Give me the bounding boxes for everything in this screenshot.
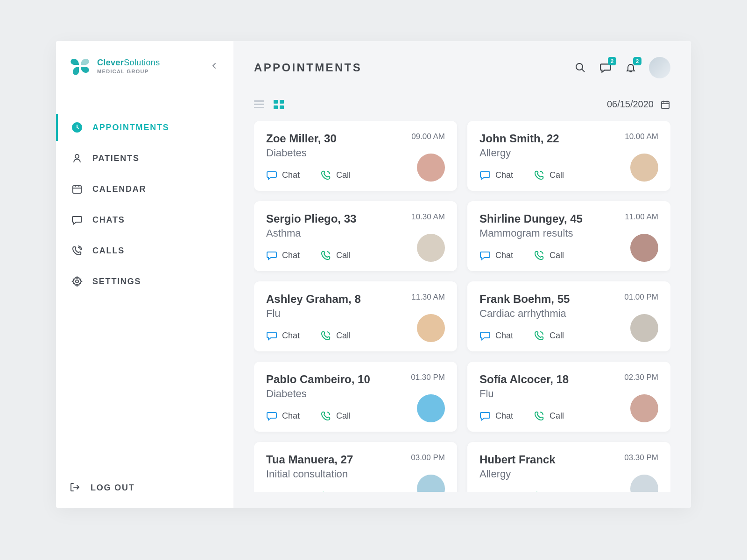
messages-badge: 2 xyxy=(608,57,616,65)
chat-label: Chat xyxy=(495,331,513,341)
appointment-card[interactable]: John Smith, 22 Allergy 10.00 AM Chat Cal… xyxy=(467,121,670,191)
chat-icon xyxy=(479,490,491,492)
sidebar-item-calls[interactable]: CALLS xyxy=(56,237,233,264)
date-picker[interactable]: 06/15/2020 xyxy=(607,99,670,110)
search-button[interactable] xyxy=(573,61,587,75)
chat-label: Chat xyxy=(282,170,300,180)
appointment-card[interactable]: Frank Boehm, 55 Cardiac arrhythmia 01.00… xyxy=(467,281,670,351)
chat-button[interactable]: Chat xyxy=(479,330,513,341)
sidebar-item-settings[interactable]: SETTINGS xyxy=(56,268,233,295)
brand-subtitle: MEDICAL GROUP xyxy=(97,69,160,74)
chat-icon xyxy=(479,250,491,261)
card-header: Pablo Cambeiro, 10 Diabetes 01.30 PM xyxy=(266,373,445,400)
sidebar-item-appointments[interactable]: APPOINTMENTS xyxy=(56,114,233,141)
call-button[interactable]: Call xyxy=(534,250,564,261)
person-icon xyxy=(71,152,83,164)
messages-button[interactable]: 2 xyxy=(599,61,613,75)
appointment-card[interactable]: Hubert Franck Allergy 03.30 PM Chat Call xyxy=(467,442,670,492)
chat-icon xyxy=(266,330,277,341)
call-button[interactable]: Call xyxy=(320,250,351,261)
chat-button[interactable]: Chat xyxy=(479,410,513,421)
sidebar-item-label: CHATS xyxy=(92,215,125,225)
patient-name: Shirline Dungey, 45 xyxy=(479,212,583,225)
patient-name: Sofía Alcocer, 18 xyxy=(479,373,569,386)
sidebar-item-patients[interactable]: PATIENTS xyxy=(56,145,233,172)
call-label: Call xyxy=(336,331,351,341)
patient-name: Sergio Pliego, 33 xyxy=(266,212,356,225)
grid-view-button[interactable] xyxy=(274,100,284,109)
call-button[interactable]: Call xyxy=(534,410,564,421)
chat-button[interactable]: Chat xyxy=(266,250,300,261)
appointment-reason: Flu xyxy=(479,388,569,400)
chat-label: Chat xyxy=(282,491,300,492)
appointment-card[interactable]: Sofía Alcocer, 18 Flu 02.30 PM Chat Call xyxy=(467,362,670,432)
topbar-actions: 2 2 xyxy=(573,57,670,78)
sidebar-nav: APPOINTMENTS PATIENTS CALENDAR CHATS xyxy=(56,114,233,295)
svg-rect-11 xyxy=(280,105,284,109)
appointment-card[interactable]: Shirline Dungey, 45 Mammogram results 11… xyxy=(467,201,670,271)
call-label: Call xyxy=(550,251,564,260)
logout-button[interactable]: LOG OUT xyxy=(56,482,233,494)
chat-icon xyxy=(71,214,83,226)
call-label: Call xyxy=(550,491,564,492)
sidebar-item-chats[interactable]: CHATS xyxy=(56,206,233,233)
appointment-card[interactable]: Zoe Miller, 30 Diabetes 09.00 AM Chat Ca… xyxy=(254,121,457,191)
chat-label: Chat xyxy=(282,411,300,421)
call-button[interactable]: Call xyxy=(320,410,351,421)
page-title: APPOINTMENTS xyxy=(254,61,362,74)
gear-icon xyxy=(71,275,83,287)
phone-icon xyxy=(534,330,545,341)
appointment-reason: Initial consultation xyxy=(266,468,353,480)
appointment-time: 01.00 PM xyxy=(624,293,658,302)
call-label: Call xyxy=(550,331,564,341)
appointment-card[interactable]: Ashley Graham, 8 Flu 11.30 AM Chat Call xyxy=(254,281,457,351)
calendar-icon xyxy=(660,99,670,110)
patient-avatar xyxy=(630,314,658,342)
brand-title: CleverSolutions xyxy=(97,58,160,68)
app-window: CleverSolutions MEDICAL GROUP APPOINTMEN… xyxy=(56,41,691,508)
patient-avatar xyxy=(417,154,445,182)
collapse-sidebar-button[interactable] xyxy=(208,60,220,72)
call-button[interactable]: Call xyxy=(534,490,564,492)
list-icon xyxy=(254,100,264,109)
phone-icon xyxy=(320,169,331,181)
patient-avatar xyxy=(630,154,658,182)
phone-icon xyxy=(534,250,545,261)
card-header: Sergio Pliego, 33 Asthma 10.30 AM xyxy=(266,212,445,239)
patient-avatar xyxy=(417,234,445,262)
appointment-card[interactable]: Tua Manuera, 27 Initial consultation 03.… xyxy=(254,442,457,492)
patient-name: John Smith, 22 xyxy=(479,132,559,145)
call-label: Call xyxy=(550,170,564,180)
sidebar-item-calendar[interactable]: CALENDAR xyxy=(56,175,233,203)
list-view-button[interactable] xyxy=(254,100,264,109)
chat-label: Chat xyxy=(495,491,513,492)
user-avatar[interactable] xyxy=(649,57,670,78)
chat-button[interactable]: Chat xyxy=(266,410,300,421)
call-button[interactable]: Call xyxy=(320,169,351,181)
call-button[interactable]: Call xyxy=(320,330,351,341)
chat-button[interactable]: Chat xyxy=(479,490,513,492)
appointment-time: 01.30 PM xyxy=(411,373,445,382)
call-label: Call xyxy=(550,411,564,421)
chat-icon xyxy=(266,490,277,492)
appointment-card[interactable]: Pablo Cambeiro, 10 Diabetes 01.30 PM Cha… xyxy=(254,362,457,432)
chat-button[interactable]: Chat xyxy=(266,169,300,181)
chat-icon xyxy=(266,410,277,421)
appointment-card[interactable]: Sergio Pliego, 33 Asthma 10.30 AM Chat C… xyxy=(254,201,457,271)
sidebar-item-label: PATIENTS xyxy=(92,154,140,163)
call-button[interactable]: Call xyxy=(534,330,564,341)
call-button[interactable]: Call xyxy=(320,490,351,492)
phone-icon xyxy=(320,410,331,421)
chat-label: Chat xyxy=(495,411,513,421)
chat-label: Chat xyxy=(282,331,300,341)
svg-point-1 xyxy=(75,154,79,158)
chat-button[interactable]: Chat xyxy=(266,490,300,492)
notifications-button[interactable]: 2 xyxy=(624,61,638,75)
appointment-grid[interactable]: Zoe Miller, 30 Diabetes 09.00 AM Chat Ca… xyxy=(254,121,670,492)
sidebar-item-label: SETTINGS xyxy=(92,277,141,287)
chat-button[interactable]: Chat xyxy=(479,169,513,181)
call-button[interactable]: Call xyxy=(534,169,564,181)
card-header: Ashley Graham, 8 Flu 11.30 AM xyxy=(266,293,445,320)
chat-button[interactable]: Chat xyxy=(266,330,300,341)
chat-button[interactable]: Chat xyxy=(479,250,513,261)
